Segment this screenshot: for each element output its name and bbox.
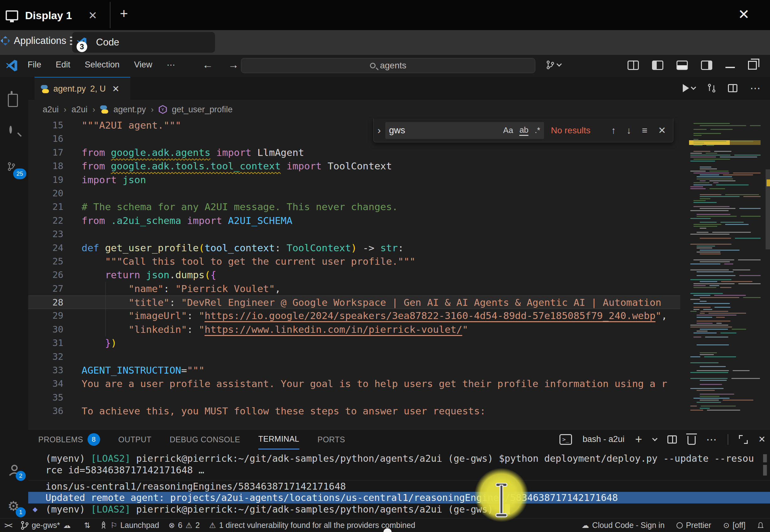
code-line-23[interactable]: 23 [28,227,770,241]
vnc-tab-close-icon[interactable]: ✕ [88,9,97,22]
run-python-file-button[interactable] [683,84,695,92]
tab-debug-console[interactable]: DEBUG CONSOLE [170,429,240,450]
vulnerability-status[interactable]: ⚠ 1 direct vulnerability found for all t… [209,521,415,530]
code-line-28[interactable]: 28 "title": "DevRel Engineer @ Google Wo… [28,295,680,309]
tab-output[interactable]: OUTPUT [118,429,152,450]
code-line-26[interactable]: 26 return json.dumps({ [28,268,770,282]
code-line-25[interactable]: 25 """Call this tool to get the current … [28,255,770,268]
taskbar-window-code[interactable]: Code [72,32,215,53]
code-line-32[interactable]: 32 [28,350,770,364]
menu-more-icon[interactable]: ⋯ [167,60,175,70]
menu-edit[interactable]: Edit [56,60,71,70]
customize-layout-icon[interactable] [628,61,639,70]
regex-toggle[interactable]: .* [535,125,540,135]
menu-view[interactable]: View [134,60,152,70]
breadcrumb-symbol[interactable]: get_user_profile [172,105,233,114]
code-segment: ) [351,242,357,253]
vnc-display-tab[interactable]: Display 1 ✕ [6,4,97,26]
remote-indicator[interactable]: >< [4,521,12,530]
maximize-panel-icon[interactable] [739,435,748,444]
terminal-line[interactable]: Updated remote agent: projects/a2ui-agen… [28,492,770,503]
window-restore-icon[interactable] [748,61,757,70]
terminal-line[interactable]: rce id=5834638717142171648 … [28,464,770,476]
explorer-icon[interactable] [8,92,21,106]
applications-menu[interactable]: Applications [1,35,77,46]
sync-status[interactable]: ⇅ [84,521,90,530]
menu-selection[interactable]: Selection [85,60,120,70]
scrollbar-track[interactable] [761,119,770,429]
code-line-29[interactable]: 29 "imageUrl": "https://io.google/2024/s… [28,309,770,322]
code-line-18[interactable]: 18from google.adk.tools.tool_context imp… [28,159,770,173]
command-center-search[interactable]: agents [241,58,535,73]
launchpad-status[interactable]: ⚐ Launchpad [100,521,159,530]
cloud-code-signin[interactable]: ☁ Cloud Code - Sign in [581,521,665,530]
vnc-new-tab-button[interactable]: + [120,6,128,21]
terminal-more-icon[interactable]: ⋯ [706,433,717,446]
breadcrumb-a2ui-2[interactable]: a2ui [72,105,88,114]
prompt-decoration-icon[interactable]: ◆ [33,503,38,515]
terminal-dropdown-icon[interactable] [652,436,657,441]
code-line-34[interactable]: 34You are a user profile assistant. Your… [28,377,770,391]
find-input[interactable]: gws Aa ab .* [385,122,544,139]
pull-request-indicator[interactable] [547,61,561,69]
terminal-line[interactable]: ◆(myenv) [LOAS2] pierrick@pierrick:~/git… [28,503,770,515]
find-expand-chevron-icon[interactable]: › [374,125,385,136]
tab-close-icon[interactable]: ✕ [112,84,119,94]
terminal-line[interactable]: (myenv) [LOAS2] pierrick@pierrick:~/git/… [28,453,770,464]
terminal-session-label[interactable]: bash - a2ui [583,434,625,444]
nav-forward-icon[interactable]: → [228,59,239,71]
find-in-selection-icon[interactable]: ≡ [642,125,648,136]
find-previous-icon[interactable]: ↑ [611,125,616,136]
breadcrumb-a2ui-1[interactable]: a2ui [43,105,59,114]
breadcrumb-file[interactable]: agent.py [113,105,146,114]
screencast-off-status[interactable]: ⊙ [off] [723,521,746,530]
code-line-30[interactable]: 30 "linkedin": "https://www.linkedin.com… [28,323,770,336]
problems-status[interactable]: ⊗ 6 ⚠ 2 [168,521,200,530]
find-close-icon[interactable]: ✕ [658,125,666,136]
terminal-scrollbar-thumb[interactable] [763,465,767,476]
toggle-secondary-sidebar-icon[interactable] [701,61,712,70]
prettier-status[interactable]: Prettier [676,521,711,530]
window-minimize-icon[interactable] [725,67,735,68]
code-line-20[interactable]: 20 [28,187,770,200]
code-line-31[interactable]: 31 }) [28,336,770,350]
tab-ports[interactable]: PORTS [318,429,345,450]
editor-actions-more-icon[interactable]: ⋯ [750,82,761,94]
git-branch-status[interactable]: ge-gws* ☁↑ [21,521,75,530]
code-line-17[interactable]: 17from google.adk.agents import LlmAgent [28,146,770,159]
code-line-33[interactable]: 33AGENT_INSTRUCTION=""" [28,364,770,377]
split-terminal-icon[interactable] [667,435,677,444]
kill-terminal-icon[interactable] [687,436,696,445]
tab-agent-py[interactable]: agent.py 2, U ✕ [35,77,130,100]
menu-file[interactable]: File [28,60,41,70]
vnc-window-close-icon[interactable]: ✕ [738,6,750,22]
code-segment: return [105,269,146,280]
minimap[interactable] [689,119,761,429]
search-sidebar-icon[interactable] [8,127,21,141]
tab-problems[interactable]: PROBLEMS8 [38,429,100,450]
close-panel-icon[interactable]: ✕ [758,434,766,444]
code-line-27[interactable]: 27 "name": "Pierrick Voulet", [28,282,770,295]
terminal-line[interactable]: ions/us-central1/reasoningEngines/583463… [28,480,770,492]
toggle-sidebar-icon[interactable] [652,61,663,70]
code-line-19[interactable]: 19import json [28,173,770,187]
code-line-22[interactable]: 22from .a2ui_schema import A2UI_SCHEMA [28,214,770,227]
tab-terminal[interactable]: TERMINAL [258,429,299,450]
split-editor-icon[interactable] [728,84,737,92]
whole-word-toggle[interactable]: ab [519,125,528,136]
match-case-toggle[interactable]: Aa [503,125,513,135]
minimap-line [700,253,721,254]
compare-changes-icon[interactable] [708,84,715,93]
code-line-36[interactable]: 36To achieve this, you MUST follow these… [28,404,770,418]
code-line-24[interactable]: 24def get_user_profile(tool_context: Too… [28,241,770,255]
terminal-scrollbar-thumb[interactable] [763,454,767,462]
notifications-bell-icon[interactable] [757,522,764,529]
find-next-icon[interactable]: ↓ [627,125,631,136]
nav-back-icon[interactable]: ← [202,59,213,71]
toggle-panel-icon[interactable] [676,61,688,70]
new-terminal-button[interactable]: + [635,433,642,446]
terminal-output[interactable]: (myenv) [LOAS2] pierrick@pierrick:~/git/… [28,450,770,519]
code-line-21[interactable]: 21# The schema for any A2UI message. Thi… [28,200,770,214]
code-line-35[interactable]: 35 [28,391,770,404]
code-editor[interactable]: 15"""A2UI agent."""1617from google.adk.a… [28,119,770,429]
